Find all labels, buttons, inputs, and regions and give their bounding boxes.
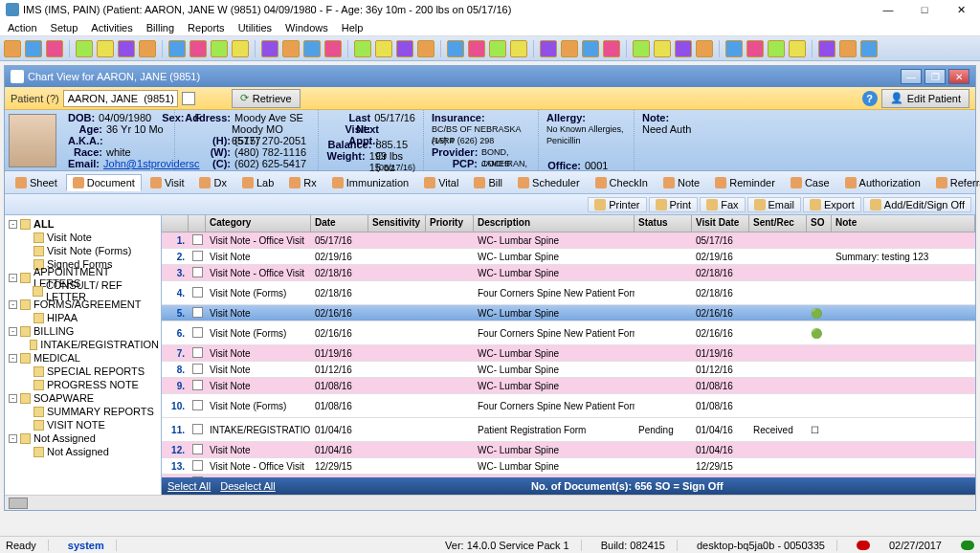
menu-activities[interactable]: Activities [91, 22, 132, 33]
toolbar-button-5[interactable] [118, 40, 135, 57]
column-header[interactable]: Note [832, 215, 975, 232]
toolbar-button-33[interactable] [768, 40, 785, 57]
column-header[interactable] [162, 215, 189, 232]
horizontal-scrollbar[interactable] [5, 495, 975, 510]
toolbar-button-21[interactable] [489, 40, 506, 57]
table-row[interactable]: 8.Visit Note01/12/16WC- Lumbar Spine01/1… [162, 362, 975, 378]
toolbar-button-3[interactable] [76, 40, 93, 57]
toolbar-button-12[interactable] [282, 40, 300, 57]
tree-node[interactable]: CONSULT/ REF LETTER [7, 284, 159, 298]
tab-dx[interactable]: Dx [192, 174, 233, 191]
toolbar-button-35[interactable] [818, 40, 835, 57]
toolbar-button-2[interactable] [46, 40, 63, 57]
tab-rx[interactable]: Rx [282, 174, 323, 191]
action-export[interactable]: Export [803, 197, 861, 212]
menu-help[interactable]: Help [342, 22, 364, 33]
column-header[interactable]: SO [807, 215, 832, 232]
column-header[interactable]: Sensitivity [368, 215, 426, 232]
tab-document[interactable]: Document [66, 174, 142, 191]
tab-visit[interactable]: Visit [144, 174, 191, 191]
column-header[interactable]: Priority [426, 215, 474, 232]
menu-setup[interactable]: Setup [51, 22, 78, 33]
tree-node[interactable]: Not Assigned [7, 445, 159, 458]
close-button[interactable]: ✕ [947, 1, 974, 18]
tree-node[interactable]: Visit Note (Forms) [7, 244, 159, 257]
toolbar-button-0[interactable] [4, 40, 21, 57]
toolbar-button-10[interactable] [232, 40, 249, 57]
select-all-link[interactable]: Select All [167, 480, 211, 492]
tree-node[interactable]: -BILLING [7, 324, 159, 338]
toolbar-button-29[interactable] [675, 40, 692, 57]
tree-node[interactable]: SPECIAL REPORTS [7, 365, 159, 378]
toolbar-button-18[interactable] [417, 40, 434, 57]
toolbar-button-27[interactable] [633, 40, 650, 57]
action-email[interactable]: Email [747, 197, 802, 212]
tree-node[interactable]: PROGRESS NOTE [7, 378, 159, 391]
tab-note[interactable]: Note [657, 174, 706, 191]
column-header[interactable]: Category [206, 215, 311, 232]
table-row[interactable]: 5.Visit Note02/16/16WC- Lumbar Spine02/1… [162, 305, 975, 321]
column-header[interactable]: Description [474, 215, 635, 232]
toolbar-button-31[interactable] [725, 40, 743, 57]
column-header[interactable]: Visit Date [692, 215, 749, 232]
help-icon[interactable]: ? [862, 91, 878, 106]
toolbar-button-7[interactable] [168, 40, 186, 57]
table-row[interactable]: 7.Visit Note01/19/16WC- Lumbar Spine01/1… [162, 345, 975, 362]
table-row[interactable]: 12.Visit Note01/04/16WC- Lumbar Spine01/… [162, 442, 975, 458]
menu-utilities[interactable]: Utilities [238, 22, 272, 33]
table-row[interactable]: 9.Visit Note01/08/16WC- Lumbar Spine01/0… [162, 378, 975, 394]
toolbar-button-16[interactable] [375, 40, 392, 57]
tree-node[interactable]: INTAKE/REGISTRATION [7, 338, 159, 351]
tab-checkin[interactable]: CheckIn [589, 174, 655, 191]
toolbar-button-19[interactable] [447, 40, 464, 57]
tree-node[interactable]: -FORMS/AGREEMENT [7, 298, 159, 311]
patient-lookup-button[interactable] [182, 92, 195, 105]
action-printer[interactable]: Printer [588, 197, 646, 212]
deselect-all-link[interactable]: Deselect All [220, 480, 275, 492]
retrieve-button[interactable]: ⟳Retrieve [232, 89, 301, 108]
toolbar-button-14[interactable] [324, 40, 342, 57]
column-header[interactable] [189, 215, 206, 232]
action-fax[interactable]: Fax [700, 197, 745, 212]
menu-billing[interactable]: Billing [146, 22, 174, 33]
column-header[interactable]: Date [311, 215, 368, 232]
tab-bill[interactable]: Bill [467, 174, 509, 191]
toolbar-button-26[interactable] [603, 40, 620, 57]
toolbar-button-17[interactable] [396, 40, 413, 57]
toolbar-button-15[interactable] [354, 40, 371, 57]
tab-case[interactable]: Case [784, 174, 836, 191]
table-row[interactable]: 10.Visit Note (Forms)01/08/16Four Corner… [162, 394, 975, 418]
table-row[interactable]: 13.Visit Note - Office Visit12/29/15WC- … [162, 458, 975, 475]
tree-node[interactable]: VISIT NOTE [7, 418, 159, 431]
toolbar-button-24[interactable] [561, 40, 578, 57]
toolbar-button-9[interactable] [211, 40, 228, 57]
tab-lab[interactable]: Lab [235, 174, 280, 191]
minimize-button[interactable]: — [875, 1, 902, 18]
menu-reports[interactable]: Reports [188, 22, 225, 33]
toolbar-button-36[interactable] [839, 40, 857, 57]
tree-node[interactable]: -ALL [7, 217, 159, 231]
tree-node[interactable]: -Not Assigned [7, 431, 159, 445]
tab-scheduler[interactable]: Scheduler [511, 174, 587, 191]
tree-node[interactable]: -SOAPWARE [7, 391, 159, 405]
toolbar-button-28[interactable] [654, 40, 671, 57]
tree-node[interactable]: HIPAA [7, 311, 159, 324]
action-print[interactable]: Print [649, 197, 699, 212]
patient-search-input[interactable] [63, 90, 178, 107]
toolbar-button-32[interactable] [746, 40, 764, 57]
toolbar-button-20[interactable] [468, 40, 485, 57]
tab-authorization[interactable]: Authorization [838, 174, 927, 191]
toolbar-button-11[interactable] [261, 40, 278, 57]
tree-node[interactable]: SUMMARY REPORTS [7, 405, 159, 418]
toolbar-button-25[interactable] [582, 40, 599, 57]
toolbar-button-22[interactable] [510, 40, 527, 57]
table-row[interactable]: 11.INTAKE/REGISTRATION SHEET (BILLING)01… [162, 418, 975, 442]
toolbar-button-1[interactable] [25, 40, 42, 57]
edit-patient-button[interactable]: 👤Edit Patient [881, 89, 969, 108]
tab-vital[interactable]: Vital [417, 174, 465, 191]
menu-action[interactable]: Action [8, 22, 37, 33]
toolbar-button-30[interactable] [696, 40, 713, 57]
tab-sheet[interactable]: Sheet [9, 174, 64, 191]
table-row[interactable]: 3.Visit Note - Office Visit02/18/16WC- L… [162, 265, 975, 281]
toolbar-button-6[interactable] [139, 40, 156, 57]
